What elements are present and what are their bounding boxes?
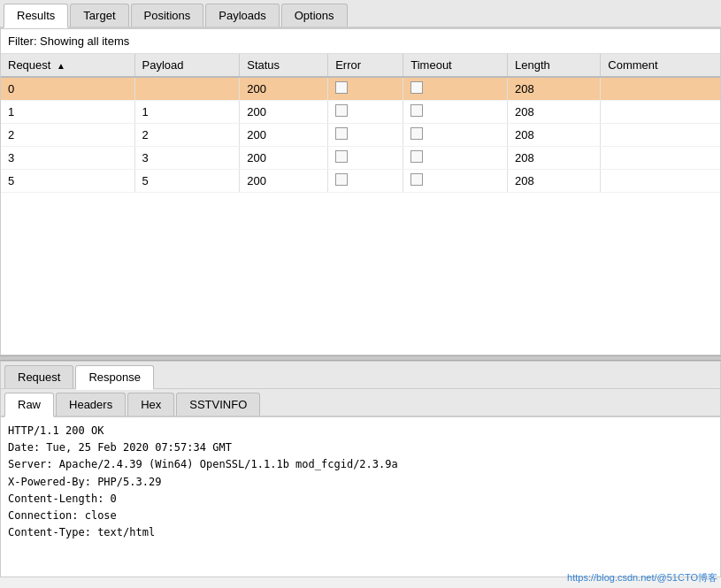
checkbox[interactable] — [335, 150, 348, 163]
cell-error — [328, 101, 403, 124]
cell-comment — [601, 147, 720, 170]
top-tab-bar: Results Target Positions Payloads Option… — [0, 0, 721, 28]
cell-payload — [134, 77, 240, 101]
col-error[interactable]: Error — [328, 54, 403, 77]
table-header: Request ▲ Payload Status Error Timeout L… — [1, 54, 720, 77]
cell-request: 5 — [1, 170, 134, 193]
table-row[interactable]: 55200208 — [1, 170, 720, 193]
filter-text: Filter: Showing all items — [8, 34, 129, 48]
cell-payload: 2 — [134, 124, 240, 147]
col-timeout[interactable]: Timeout — [403, 54, 508, 77]
cell-status: 200 — [240, 124, 328, 147]
cell-request: 3 — [1, 147, 134, 170]
checkbox[interactable] — [410, 150, 423, 163]
cell-payload: 3 — [134, 147, 240, 170]
content-line: X-Powered-By: PHP/5.3.29 — [8, 474, 713, 491]
cell-length: 208 — [508, 124, 601, 147]
tab-sstvinfo[interactable]: SSTVINFO — [176, 393, 260, 416]
table-row[interactable]: 0200208 — [1, 77, 720, 101]
cell-length: 208 — [508, 77, 601, 101]
content-line: Server: Apache/2.4.39 (Win64) OpenSSL/1.… — [8, 456, 713, 473]
tab-results[interactable]: Results — [4, 4, 68, 28]
watermark: https://blog.csdn.net/@51CTO博客 — [567, 571, 717, 584]
cell-timeout — [403, 101, 508, 124]
col-status[interactable]: Status — [240, 54, 328, 77]
cell-length: 208 — [508, 147, 601, 170]
table-wrapper[interactable]: Request ▲ Payload Status Error Timeout L… — [1, 54, 720, 355]
cell-timeout — [403, 124, 508, 147]
main-container: Filter: Showing all items Request ▲ Payl… — [0, 28, 721, 577]
content-line: Connection: close — [8, 508, 713, 524]
checkbox[interactable] — [335, 104, 348, 117]
checkbox[interactable] — [410, 104, 423, 117]
sort-arrow: ▲ — [57, 61, 65, 71]
cell-timeout — [403, 147, 508, 170]
col-request[interactable]: Request ▲ — [1, 54, 134, 77]
sub-tab-bar: Raw Headers Hex SSTVINFO — [1, 389, 720, 417]
cell-request: 2 — [1, 124, 134, 147]
table-body: 020020811200208222002083320020855200208 — [1, 77, 720, 193]
tab-headers[interactable]: Headers — [56, 393, 126, 416]
tab-raw[interactable]: Raw — [4, 393, 54, 417]
checkbox[interactable] — [410, 173, 423, 186]
cell-status: 200 — [240, 77, 328, 101]
filter-bar: Filter: Showing all items — [1, 29, 720, 54]
bottom-panel: Request Response Raw Headers Hex SSTVINF… — [0, 361, 721, 577]
cell-timeout — [403, 170, 508, 193]
cell-status: 200 — [240, 101, 328, 124]
checkbox[interactable] — [335, 81, 348, 94]
col-length[interactable]: Length — [508, 54, 601, 77]
cell-comment — [601, 77, 720, 101]
tab-response[interactable]: Response — [75, 365, 154, 390]
cell-length: 208 — [508, 101, 601, 124]
cell-comment — [601, 101, 720, 124]
cell-error — [328, 124, 403, 147]
col-comment[interactable]: Comment — [601, 54, 720, 77]
cell-comment — [601, 170, 720, 193]
cell-payload: 1 — [134, 101, 240, 124]
results-area: Filter: Showing all items Request ▲ Payl… — [0, 28, 721, 355]
table-row[interactable]: 22200208 — [1, 124, 720, 147]
table-row[interactable]: 11200208 — [1, 101, 720, 124]
cell-timeout — [403, 77, 508, 101]
content-line: HTTP/1.1 200 OK — [8, 423, 713, 439]
cell-request: 0 — [1, 77, 134, 101]
table-row[interactable]: 33200208 — [1, 147, 720, 170]
checkbox[interactable] — [410, 81, 423, 94]
cell-error — [328, 170, 403, 193]
response-content: HTTP/1.1 200 OKDate: Tue, 25 Feb 2020 07… — [1, 417, 720, 577]
cell-length: 208 — [508, 170, 601, 193]
checkbox[interactable] — [335, 127, 348, 140]
tab-hex[interactable]: Hex — [127, 393, 174, 416]
cell-error — [328, 147, 403, 170]
content-line: Content-Length: 0 — [8, 491, 713, 508]
tab-options[interactable]: Options — [281, 4, 348, 27]
checkbox[interactable] — [335, 173, 348, 186]
cell-status: 200 — [240, 170, 328, 193]
content-line: Content-Type: text/html — [8, 524, 713, 541]
cell-error — [328, 77, 403, 101]
tab-positions[interactable]: Positions — [131, 4, 204, 27]
cell-comment — [601, 124, 720, 147]
tab-target[interactable]: Target — [70, 4, 128, 27]
tab-request[interactable]: Request — [4, 365, 73, 388]
cell-status: 200 — [240, 147, 328, 170]
cell-request: 1 — [1, 101, 134, 124]
content-line: Date: Tue, 25 Feb 2020 07:57:34 GMT — [8, 439, 713, 456]
checkbox[interactable] — [410, 127, 423, 140]
results-table: Request ▲ Payload Status Error Timeout L… — [1, 54, 720, 193]
cell-payload: 5 — [134, 170, 240, 193]
col-payload[interactable]: Payload — [134, 54, 240, 77]
bottom-tab-bar: Request Response — [1, 362, 720, 389]
tab-payloads[interactable]: Payloads — [205, 4, 279, 27]
